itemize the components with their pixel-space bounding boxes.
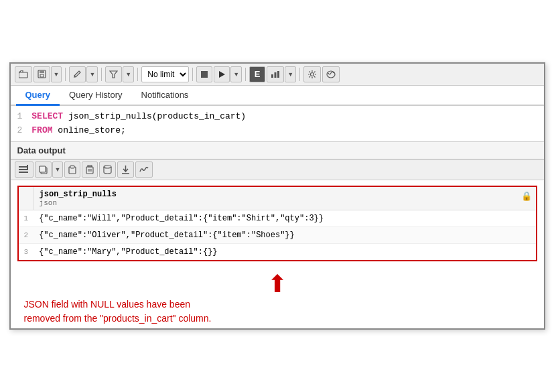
svg-point-10 xyxy=(311,72,314,76)
row-number-2: 2 xyxy=(18,227,34,244)
paste-btn[interactable] xyxy=(64,161,80,178)
separator-4 xyxy=(192,68,193,81)
result-table: json_strip_nulls json 🔒 1 {"c_name":"Wil… xyxy=(17,186,537,261)
table-area: json_strip_nulls json 🔒 1 {"c_name":"Wil… xyxy=(11,180,544,267)
sql-text-2: online_store; xyxy=(53,125,126,135)
svg-marker-4 xyxy=(110,71,117,78)
delete-btn[interactable] xyxy=(82,161,98,178)
column-type: json xyxy=(40,199,531,207)
separator-1 xyxy=(65,68,66,81)
copy-btn[interactable] xyxy=(35,161,52,178)
save-data-btn[interactable] xyxy=(99,161,116,178)
svg-rect-5 xyxy=(201,71,208,78)
limit-select[interactable]: No limitNo limit xyxy=(141,66,189,82)
table-header-row: json_strip_nulls json 🔒 xyxy=(18,186,537,210)
run-dropdown-btn[interactable]: ▼ xyxy=(230,66,242,82)
sql-line-1: 1SELECT json_strip_nulls(products_in_car… xyxy=(17,110,537,124)
dropdown-arrow-icon: ▼ xyxy=(54,71,60,78)
filter-dropdown-btn[interactable]: ▼ xyxy=(123,66,134,82)
svg-rect-7 xyxy=(271,74,273,78)
query-tab[interactable]: Query xyxy=(16,86,60,106)
filter-btn[interactable] xyxy=(105,66,122,82)
svg-marker-6 xyxy=(219,71,225,78)
run-group: ▼ xyxy=(214,66,242,82)
row-number-1: 1 xyxy=(18,210,34,227)
edit-dropdown-btn[interactable]: ▼ xyxy=(86,66,98,82)
data-output-label: Data output xyxy=(11,142,544,159)
svg-rect-13 xyxy=(19,169,28,170)
annotation-text: JSON field with NULL values have been re… xyxy=(17,298,212,326)
svg-rect-19 xyxy=(70,166,74,168)
svg-rect-2 xyxy=(40,70,44,73)
data-toolbar: ▼ xyxy=(11,159,544,180)
line-number-2: 2 xyxy=(17,125,23,135)
main-window: ▼ ▼ ▼ No limitNo limit xyxy=(9,62,545,330)
annotation-area: ⬆ JSON field with NULL values have been … xyxy=(11,267,544,328)
chart-group: ▼ xyxy=(267,66,296,82)
column-name: json_strip_nulls xyxy=(40,190,531,199)
chart-btn[interactable] xyxy=(267,66,284,82)
svg-rect-9 xyxy=(277,71,279,78)
separator-5 xyxy=(245,68,246,81)
stop-btn[interactable] xyxy=(196,66,212,82)
save-dropdown-btn[interactable]: ▼ xyxy=(51,66,62,82)
explain-btn[interactable]: E xyxy=(249,66,265,82)
dropdown-arrow-icon3: ▼ xyxy=(125,71,131,78)
settings-btn[interactable] xyxy=(303,66,321,82)
copy-dropdown-btn[interactable]: ▼ xyxy=(52,161,64,178)
column-header: json_strip_nulls json 🔒 xyxy=(33,186,536,210)
edit-group: ▼ xyxy=(69,66,98,82)
add-row-btn[interactable] xyxy=(15,161,33,178)
dropdown-arrow-icon4: ▼ xyxy=(233,71,239,78)
sql-text-1: json_strip_nulls(products_in_cart) xyxy=(63,111,246,121)
copy-group: ▼ xyxy=(35,161,64,178)
row-num-header xyxy=(18,186,34,210)
table-row: 3 {"c_name":"Mary","Product_detail":{}} xyxy=(18,244,537,261)
svg-rect-0 xyxy=(19,72,27,78)
line-number-1: 1 xyxy=(17,111,23,121)
notifications-tab[interactable]: Notifications xyxy=(132,86,198,106)
table-row: 1 {"c_name":"Will","Product_detail":{"it… xyxy=(18,210,537,227)
open-folder-btn[interactable] xyxy=(15,66,32,82)
svg-rect-14 xyxy=(19,172,28,173)
row-value-2: {"c_name":"Oliver","Product_detail":{"it… xyxy=(33,227,536,244)
toolbar: ▼ ▼ ▼ No limitNo limit xyxy=(11,64,544,86)
annotation-line-1: JSON field with NULL values have been xyxy=(24,298,212,312)
svg-rect-15 xyxy=(27,165,28,169)
svg-point-25 xyxy=(104,166,111,168)
annotation-line-2: removed from the "products_in_cart" colu… xyxy=(24,312,212,326)
separator-3 xyxy=(137,68,138,81)
graph-btn[interactable] xyxy=(135,161,153,178)
dropdown-arrow-copy: ▼ xyxy=(55,166,61,173)
row-value-3: {"c_name":"Mary","Product_detail":{}} xyxy=(33,244,536,261)
dropdown-arrow-icon2: ▼ xyxy=(89,71,95,78)
query-history-tab[interactable]: Query History xyxy=(60,86,131,106)
save-btn[interactable] xyxy=(33,66,50,82)
download-btn[interactable] xyxy=(117,161,134,178)
row-value-1: {"c_name":"Will","Product_detail":{"item… xyxy=(33,210,536,227)
sql-line-2: 2FROM online_store; xyxy=(17,124,537,138)
save-group: ▼ xyxy=(33,66,62,82)
filter-group: ▼ xyxy=(105,66,134,82)
svg-rect-12 xyxy=(19,166,28,168)
svg-rect-8 xyxy=(275,72,277,78)
svg-point-11 xyxy=(327,71,335,78)
edit-btn[interactable] xyxy=(69,66,86,82)
run-btn[interactable] xyxy=(214,66,230,82)
keyword-select: SELECT xyxy=(31,111,63,121)
keyword-from: FROM xyxy=(31,125,52,135)
sql-editor[interactable]: 1SELECT json_strip_nulls(products_in_car… xyxy=(11,106,544,143)
tabs-bar: Query Query History Notifications xyxy=(11,86,544,106)
row-number-3: 3 xyxy=(18,244,34,261)
lock-icon: 🔒 xyxy=(521,191,532,202)
chart-dropdown-btn[interactable]: ▼ xyxy=(285,66,296,82)
dropdown-arrow-icon5: ▼ xyxy=(287,71,293,78)
separator-6 xyxy=(299,68,300,81)
svg-rect-17 xyxy=(40,166,46,172)
svg-rect-3 xyxy=(40,74,44,77)
up-arrow-icon: ⬆ xyxy=(267,272,287,296)
macro-btn[interactable] xyxy=(322,66,340,82)
svg-rect-21 xyxy=(88,166,92,167)
separator-2 xyxy=(101,68,102,81)
table-row: 2 {"c_name":"Oliver","Product_detail":{"… xyxy=(18,227,537,244)
